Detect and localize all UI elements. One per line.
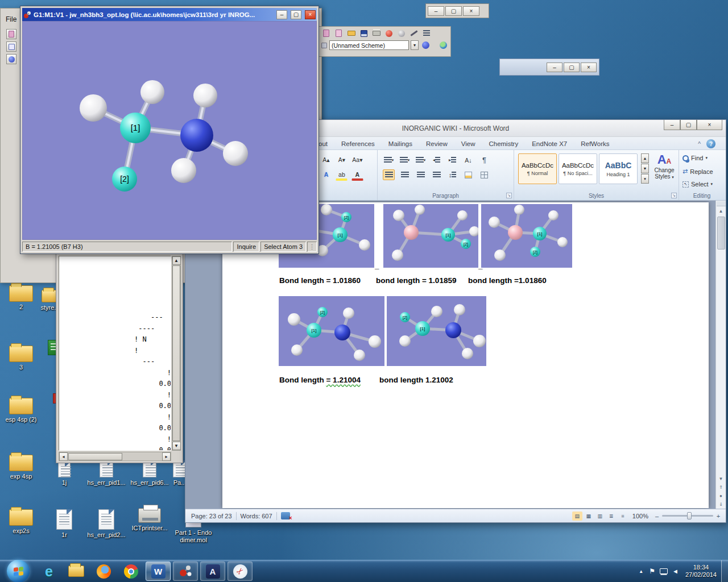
viewer-titlebar[interactable]: G1:M1:V1 - jw_nh3bh3_opt.log (\\ic.ac.uk…: [22, 8, 317, 21]
maximize-button[interactable]: ▢: [564, 63, 580, 72]
tab-view[interactable]: View: [454, 138, 482, 149]
line-spacing-button[interactable]: ↕: [446, 169, 458, 180]
numbering-button[interactable]: ▾: [399, 155, 411, 165]
ribbon-collapse-button[interactable]: ^: [698, 141, 701, 147]
desktop-icon-1r[interactable]: 1r: [43, 509, 85, 539]
next-page-button[interactable]: ⇓: [717, 500, 726, 509]
desktop-icon-exp2s[interactable]: exp2s: [0, 509, 42, 535]
draft-view-button[interactable]: ≡: [618, 512, 628, 521]
grow-font-button[interactable]: A▴: [320, 154, 332, 165]
scroll-left-button[interactable]: ◂: [59, 452, 68, 461]
font-color-button[interactable]: A: [351, 170, 363, 181]
tab-review[interactable]: Review: [419, 138, 454, 149]
print-layout-view-button[interactable]: ▤: [572, 512, 582, 521]
doc-molecule-image-5[interactable]: [2] [1]: [387, 296, 486, 366]
taskbar-explorer-button[interactable]: [64, 562, 89, 581]
page-indicator[interactable]: Page: 23 of 23: [191, 513, 232, 519]
maximize-button[interactable]: ▢: [291, 10, 301, 19]
taskbar-gaussview-button[interactable]: [173, 562, 198, 581]
restore-button[interactable]: ▢: [680, 120, 697, 130]
paragraph-dialog-launcher[interactable]: ↘: [506, 193, 512, 198]
molecule-canvas[interactable]: [1] [2]: [23, 22, 317, 240]
view-options-button[interactable]: [437, 40, 449, 51]
align-left-button[interactable]: [383, 169, 395, 180]
scroll-thumb[interactable]: [172, 265, 180, 441]
start-button[interactable]: [7, 560, 30, 582]
scroll-down-button[interactable]: ▼: [172, 442, 181, 450]
replace-button[interactable]: ⇄ Replace: [682, 168, 713, 175]
find-button[interactable]: Find ▾: [682, 155, 708, 161]
select-atom-button[interactable]: Select Atom 3: [260, 242, 306, 252]
molecule-viewport[interactable]: [1] [2]: [22, 21, 317, 240]
help-button[interactable]: ?: [706, 139, 715, 148]
show-formatting-button[interactable]: ¶: [478, 155, 490, 165]
select-browse-object-button[interactable]: ●: [717, 492, 726, 500]
taskbar-chrome-button[interactable]: [118, 562, 143, 581]
previous-page-button[interactable]: ⇑: [717, 483, 726, 492]
decrease-indent-button[interactable]: ◂: [431, 155, 442, 165]
doc-molecule-image-3[interactable]: [1] [2]: [481, 204, 572, 268]
scroll-thumb[interactable]: [68, 453, 122, 460]
borders-button[interactable]: [478, 169, 490, 180]
proofing-status-icon[interactable]: ×: [281, 512, 290, 519]
desktop-icon-folder-3[interactable]: 3: [0, 346, 42, 371]
taskbar-firefox-button[interactable]: [91, 562, 116, 581]
tab-refworks[interactable]: RefWorks: [574, 138, 616, 149]
bond-tool-button[interactable]: [408, 28, 420, 39]
speaker-icon[interactable]: ◄: [672, 568, 679, 575]
taskbar-app-a-button[interactable]: A: [200, 562, 225, 581]
change-case-button[interactable]: Aa▾: [351, 154, 363, 165]
taskbar-ie-button[interactable]: e: [36, 562, 61, 581]
minimize-button[interactable]: –: [547, 63, 562, 72]
bullets-button[interactable]: ▾: [383, 155, 395, 165]
taskbar-word-button[interactable]: W: [146, 562, 171, 581]
gallery-more-button[interactable]: ▾: [641, 174, 649, 184]
sort-button[interactable]: A↓: [462, 155, 474, 165]
tab-page-layout-partial[interactable]: out: [317, 138, 334, 149]
select-button[interactable]: ↖ Select ▾: [682, 181, 713, 188]
tab-endnote[interactable]: EndNote X7: [525, 138, 574, 149]
scroll-up-button[interactable]: ▲: [717, 207, 726, 215]
editor-vertical-scrollbar[interactable]: ▲ ▼: [172, 256, 181, 451]
scroll-thumb[interactable]: [717, 217, 725, 250]
show-desktop-button[interactable]: [721, 560, 728, 582]
print-button[interactable]: [370, 28, 382, 39]
toolbar-icon-fragment-2[interactable]: [6, 41, 16, 52]
highlight-button[interactable]: ab: [336, 170, 348, 181]
log-text-area[interactable]: --- ---- ! N ! --- ! R 0.00 ! R 0: [59, 256, 171, 451]
display-format-button[interactable]: [420, 40, 432, 51]
align-right-button[interactable]: [415, 169, 427, 180]
paste-button[interactable]: [320, 28, 332, 39]
style-normal[interactable]: AaBbCcDc ¶ Normal: [518, 153, 557, 184]
scroll-up-button[interactable]: ▲: [172, 256, 181, 265]
maximize-button[interactable]: ▢: [445, 6, 462, 16]
tab-references[interactable]: References: [334, 138, 382, 149]
fragment-tool-button[interactable]: [383, 28, 395, 39]
increase-indent-button[interactable]: ▸: [446, 155, 458, 165]
gallery-down-button[interactable]: ▼: [641, 164, 649, 173]
desktop-icon-1j[interactable]: 1j: [50, 462, 78, 487]
scheme-icon-button[interactable]: [320, 40, 328, 51]
outline-view-button[interactable]: ≣: [606, 512, 617, 521]
clock[interactable]: 18:34 27/02/2014: [685, 564, 717, 579]
editor-horizontal-scrollbar[interactable]: ◂ ▸: [59, 452, 171, 461]
taskbar-snipping-tool-button[interactable]: ✂: [228, 562, 253, 581]
zoom-slider-thumb[interactable]: [687, 512, 692, 519]
desktop-icon-esp4sp2[interactable]: esp 4sp (2): [0, 398, 42, 423]
close-button[interactable]: ×: [697, 120, 722, 130]
scheme-dropdown[interactable]: (Unnamed Scheme): [329, 40, 409, 50]
justify-button[interactable]: [431, 169, 442, 180]
resize-grip[interactable]: ⋮: [307, 242, 317, 252]
close-button[interactable]: ×: [305, 10, 316, 19]
zoom-level[interactable]: 100%: [632, 513, 648, 519]
tab-chemistry[interactable]: Chemistry: [482, 138, 525, 149]
scroll-right-button[interactable]: ▸: [162, 452, 171, 461]
word-vertical-scrollbar[interactable]: ▲ ▼ ⇑ ● ⇓: [715, 201, 726, 509]
align-center-button[interactable]: [399, 169, 411, 180]
desktop-icon-ictprintserver[interactable]: ICTprintser...: [129, 508, 171, 532]
fullscreen-view-button[interactable]: ▦: [584, 512, 594, 521]
desktop-icon-hs-err-pid1[interactable]: hs_err_pid1...: [85, 460, 127, 487]
zoom-in-button[interactable]: +: [714, 512, 722, 520]
zoom-out-button[interactable]: –: [653, 512, 661, 520]
desktop-icon-exp4sp[interactable]: exp 4sp: [0, 455, 42, 480]
